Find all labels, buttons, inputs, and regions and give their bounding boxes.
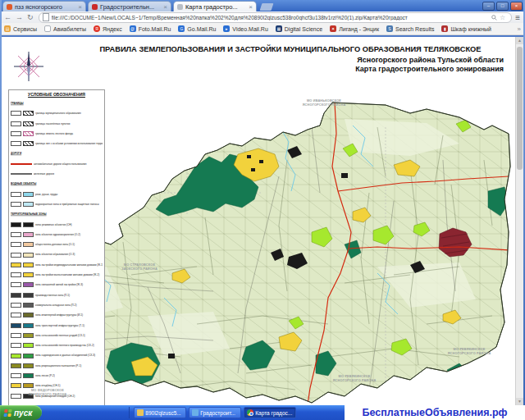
legend-item: границы населённых пунктов: [11, 119, 103, 129]
tab-favicon: [92, 4, 98, 10]
browser-tab[interactable]: пзз ясногорского ×: [2, 1, 86, 11]
start-button[interactable]: пуск: [0, 405, 42, 420]
bookmark-item[interactable]: G Go.Mail.Ru: [178, 25, 216, 32]
bookmark-star-icon[interactable]: ☆: [500, 14, 505, 21]
legend-item: границы земель лесного фонда: [11, 129, 103, 139]
bookmark-item[interactable]: Авиабилеты: [44, 25, 86, 32]
legend-swatch-left: [11, 141, 21, 146]
scrollbar-thumb[interactable]: [517, 47, 523, 170]
legend-item-label: граница муниципального образования: [35, 112, 103, 115]
bookmarks-overflow-icon[interactable]: »: [518, 25, 521, 33]
quick-launch-icon[interactable]: [115, 409, 123, 417]
legend-swatch-right: [23, 293, 34, 298]
legend-swatch-left: [11, 232, 21, 237]
legend-item-label: зона кладбищ (СН-1): [35, 385, 103, 387]
tab-close-icon[interactable]: ×: [249, 4, 253, 10]
browser-toolbar: ← → ↻ file:///C:/DOCUME~1/New/LOCALS~1/T…: [0, 11, 525, 24]
menu-icon[interactable]: ≡: [515, 13, 520, 22]
bookmark-favicon: [44, 25, 51, 32]
legend-item-label: зона лесов (Р-2): [35, 375, 103, 377]
new-tab-button[interactable]: [260, 3, 274, 11]
legend-swatch-right: [23, 272, 34, 277]
minimize-button[interactable]: –: [482, 2, 495, 11]
legend-swatch-right: [23, 222, 34, 227]
task-button[interactable]: Карта градос...: [244, 407, 296, 418]
bookmark-item[interactable]: ✦ Лиганд - Энцик: [330, 25, 379, 32]
bookmark-item[interactable]: ▦ Digital Science: [276, 25, 322, 32]
bookmark-favicon: ▸: [223, 25, 230, 32]
legend-swatch-left: [11, 272, 21, 277]
url-text[interactable]: file:///C:/DOCUME~1/New/LOCALS~1/Temp/Вр…: [52, 15, 489, 21]
legend-item: общественно-деловая зона (О-1): [11, 240, 103, 249]
legend-swatch-right: [23, 111, 34, 116]
legend-item: зона застройки индивидуальными жилыми до…: [11, 260, 103, 270]
bookmark-item[interactable]: @ Foto.Mail.Ru: [130, 25, 171, 32]
quick-launch-icon[interactable]: [46, 409, 54, 417]
legend-item-label: производственная зона (П-1): [35, 294, 103, 296]
quick-launch-icon[interactable]: [95, 409, 103, 417]
forward-icon[interactable]: →: [16, 12, 23, 22]
bookmark-favicon: S: [386, 25, 393, 32]
browser-tab[interactable]: Карта градостро... ×: [173, 1, 257, 11]
scroll-up-icon[interactable]: ▲: [516, 37, 523, 44]
close-button[interactable]: ×: [510, 2, 523, 11]
legend-item: границы зон с особыми условиями использо…: [11, 139, 103, 148]
tab-close-icon[interactable]: ×: [163, 4, 167, 10]
bookmark-item[interactable]: ▮ Шкаф книжный: [441, 25, 491, 32]
quick-launch-icon[interactable]: [105, 409, 113, 417]
bookmark-item[interactable]: S Search Results: [386, 25, 434, 32]
legend-item: зона лесов (Р-2): [11, 371, 103, 381]
legend-item-label: ГРАНИЦЫ: [11, 103, 79, 105]
reload-icon[interactable]: ↻: [27, 12, 34, 22]
quick-launch-icon[interactable]: [56, 409, 64, 417]
neighbor-label-south: МО РЕВЯКИНСКОЕЯСНОГОРСКОГО РАЙОНА: [312, 375, 398, 383]
legend-item: зона объектов здравоохранения (О-2): [11, 230, 103, 240]
bookmark-favicon: ▮: [441, 25, 448, 32]
bookmark-favicon: G: [178, 25, 185, 32]
browser-tab[interactable]: Градостроительн... ×: [88, 1, 171, 11]
taskbar: пуск 890l2qlzusc5... Градостроит... Карт…: [0, 405, 525, 420]
legend-item-label: зона сельскохозяйственных угодий (СХ-1): [35, 334, 103, 336]
legend-item-label: зона садоводческих и дачных объединений …: [35, 354, 103, 357]
bookmark-item[interactable]: ▤ Сервисы: [4, 25, 37, 32]
legend-item: ДОРОГИ: [11, 148, 103, 158]
legend-swatch-right: [23, 192, 34, 197]
legend-item-label: водоохранные зоны и прибрежные защитные …: [35, 203, 103, 205]
bookmark-item[interactable]: ▸ Video.Mail.Ru: [223, 25, 267, 32]
legend-swatch-left: [11, 121, 21, 126]
restore-button[interactable]: □: [496, 2, 509, 11]
task-button-icon: [192, 409, 199, 416]
task-button[interactable]: 890l2qlzusc5...: [134, 407, 186, 418]
legend-item-label: зона инженерной инфраструктуры (И-1): [35, 314, 103, 317]
legend-swatch-left: [11, 313, 21, 317]
quick-launch-icon[interactable]: [85, 409, 94, 417]
quick-launch-icon[interactable]: [66, 409, 74, 417]
bookmark-item[interactable]: Я Яндекс: [94, 25, 122, 32]
legend-item-label: зона смешанной жилой застройки (Ж-3): [35, 284, 103, 286]
zoom-search-icon[interactable]: [491, 15, 497, 21]
page-scrollbar[interactable]: ▲ ▼: [515, 37, 523, 405]
legend-swatch-right: [23, 343, 34, 348]
legend-swatch-right: [23, 313, 34, 317]
legend-swatch-left: [11, 131, 21, 136]
legend-swatch-right: [23, 333, 34, 338]
legend-item: ТЕРРИТОРИАЛЬНЫЕ ЗОНЫ: [11, 209, 103, 219]
bookmark-label: Search Results: [395, 26, 434, 32]
task-button[interactable]: Градостроит...: [189, 407, 241, 418]
back-icon[interactable]: ←: [4, 12, 11, 22]
legend-swatch-right: [23, 131, 34, 136]
bookmark-label: Video.Mail.Ru: [232, 26, 267, 32]
legend-item-label: автомобильные дороги общего пользования: [34, 162, 102, 165]
legend-item-label: ТЕРРИТОРИАЛЬНЫЕ ЗОНЫ: [11, 213, 79, 216]
legend-item: ГРАНИЦЫ: [11, 98, 103, 108]
scroll-down-icon[interactable]: ▼: [516, 398, 523, 405]
legend-item: автомобильные дороги общего пользования: [11, 159, 103, 169]
legend-swatch-left: [11, 373, 21, 378]
legend-swatch-left: [11, 363, 21, 368]
legend-item: зона сельскохозяйственного производства …: [11, 340, 103, 350]
tab-close-icon[interactable]: ×: [78, 4, 82, 10]
windows-flag-icon: [3, 409, 11, 417]
quick-launch-icon[interactable]: [75, 409, 84, 417]
bookmark-label: Авиабилеты: [53, 26, 86, 32]
address-bar[interactable]: file:///C:/DOCUME~1/New/LOCALS~1/Temp/Вр…: [39, 12, 513, 23]
